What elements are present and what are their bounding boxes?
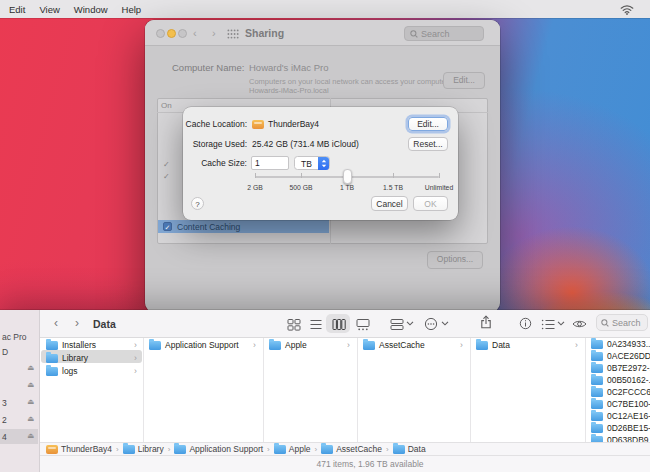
list-view-icon[interactable] (309, 318, 323, 331)
back-icon[interactable]: ‹ (193, 28, 197, 38)
computer-name-edit-button[interactable]: Edit... (443, 72, 485, 89)
list-item[interactable]: Installers (62, 340, 96, 350)
sidebar-volume-row-selected[interactable]: 4⏏ (0, 429, 38, 444)
list-item[interactable]: 0B7E2972-...B (607, 363, 650, 373)
slider-tick (255, 173, 256, 178)
path-separator: › (386, 445, 389, 454)
close-button[interactable] (156, 29, 165, 38)
gallery-view-icon[interactable] (356, 318, 370, 331)
list-item[interactable]: 0D26BE15-...C (607, 423, 650, 433)
list-item[interactable]: 0C12AE16-...8 (607, 411, 650, 421)
path-item-data[interactable]: Data (393, 444, 426, 454)
search-field[interactable]: Search (404, 26, 484, 41)
list-item[interactable]: logs (62, 366, 78, 376)
folder-icon (321, 445, 333, 454)
list-item[interactable]: Data (492, 340, 510, 350)
sidebar-volume-row[interactable]: ⏏ (0, 361, 38, 376)
sidebar-device-fragment: ac Pro (2, 332, 27, 342)
column-divider (357, 338, 358, 442)
path-item-library[interactable]: Library (123, 444, 164, 454)
drive-icon (46, 445, 58, 454)
chevron-down-icon (557, 321, 565, 326)
path-label: Library (138, 444, 164, 454)
path-item-apple[interactable]: Apple (274, 444, 311, 454)
service-checkmark[interactable]: ✓ (163, 160, 170, 169)
cancel-button[interactable]: Cancel (371, 196, 408, 211)
stepper-arrows-icon (318, 157, 329, 170)
search-icon (410, 30, 418, 38)
column-view: Installers › Library › logs › Applicatio… (40, 338, 650, 442)
folder-icon (591, 424, 603, 433)
chevron-right-icon: › (134, 341, 137, 350)
group-by-icon[interactable] (390, 318, 404, 331)
forward-icon[interactable]: › (212, 28, 216, 38)
path-label: Data (408, 444, 426, 454)
list-item[interactable]: 0D638DB9...F (607, 435, 650, 442)
folder-icon (591, 340, 603, 349)
content-caching-checkbox[interactable]: ✓ (163, 222, 172, 231)
list-item[interactable]: Application Support (165, 340, 239, 350)
eject-icon[interactable]: ⏏ (27, 431, 34, 440)
share-icon[interactable] (480, 315, 492, 329)
info-icon[interactable] (519, 317, 532, 330)
cache-location-label: Cache Location: (183, 119, 247, 129)
folder-icon (123, 445, 135, 454)
path-item-assetcache[interactable]: AssetCache (321, 444, 382, 454)
menu-item-window[interactable]: Window (74, 4, 108, 15)
quick-look-eye-icon[interactable] (572, 319, 587, 329)
slider-tick-label: 500 GB (279, 184, 323, 191)
cache-size-input[interactable] (251, 156, 289, 170)
slider-tick-label: 1 TB (325, 184, 369, 191)
path-label: Application Support (189, 444, 263, 454)
slider-tick-label: 2 GB (233, 184, 277, 191)
path-item-thunderbay4[interactable]: ThunderBay4 (46, 444, 112, 454)
list-item[interactable]: 0ACE26DD...D (607, 351, 650, 361)
list-item[interactable]: 0A234933...2 (607, 339, 650, 349)
options-button[interactable]: Options... (427, 251, 483, 269)
cache-size-unit-select[interactable]: TB (294, 156, 330, 170)
back-icon[interactable]: ‹ (54, 318, 58, 329)
list-item[interactable]: 0C7BE100-...2 (607, 399, 650, 409)
cache-size-slider-thumb[interactable] (343, 169, 352, 184)
eject-icon[interactable]: ⏏ (27, 363, 34, 372)
wifi-icon[interactable] (620, 4, 634, 15)
list-item[interactable]: 0C2FCCC6...3 (607, 387, 650, 397)
edit-button[interactable]: Edit... (408, 117, 448, 131)
eject-icon[interactable]: ⏏ (27, 397, 34, 406)
menu-item-view[interactable]: View (39, 4, 59, 15)
finder-search-field[interactable]: Search (596, 314, 648, 331)
path-item-application-support[interactable]: Application Support (174, 444, 263, 454)
computer-name-label: Computer Name: (172, 62, 244, 73)
sidebar-volume-row[interactable]: 3⏏ (0, 395, 38, 410)
folder-icon (591, 412, 603, 421)
forward-icon[interactable]: › (75, 318, 79, 329)
ok-button[interactable]: OK (413, 196, 448, 211)
zoom-button[interactable] (178, 29, 187, 38)
service-checkmark[interactable]: ✓ (163, 172, 170, 181)
list-item-selected[interactable]: Library (62, 353, 88, 363)
sidebar-volume-row[interactable]: ⏏ (0, 378, 38, 393)
sort-menu-icon[interactable] (541, 318, 555, 331)
menu-item-edit[interactable]: Edit (9, 4, 25, 15)
eject-icon[interactable]: ⏏ (27, 414, 34, 423)
search-icon (601, 319, 609, 327)
menu-item-help[interactable]: Help (122, 4, 142, 15)
minimize-button[interactable] (167, 29, 176, 38)
storage-used-value: 25.42 GB (731.4 MB iCloud) (252, 139, 359, 149)
list-item[interactable]: 00B50162-...6 (607, 375, 650, 385)
sidebar-volume-row[interactable]: 2⏏ (0, 412, 38, 427)
more-actions-icon[interactable] (424, 317, 438, 331)
list-item[interactable]: Apple (285, 340, 307, 350)
show-all-grid-icon[interactable] (227, 29, 239, 39)
folder-icon (174, 445, 186, 454)
icon-view-icon[interactable] (287, 318, 301, 331)
list-item[interactable]: AssetCache (379, 340, 425, 350)
chevron-right-icon: › (134, 367, 137, 376)
chevron-right-icon: › (134, 354, 137, 363)
help-button[interactable]: ? (191, 197, 204, 210)
reset-button[interactable]: Reset... (408, 137, 448, 151)
chevron-right-icon: › (253, 341, 256, 350)
chevron-down-icon (406, 321, 414, 326)
column-view-icon[interactable] (332, 318, 346, 331)
eject-icon[interactable]: ⏏ (27, 380, 34, 389)
